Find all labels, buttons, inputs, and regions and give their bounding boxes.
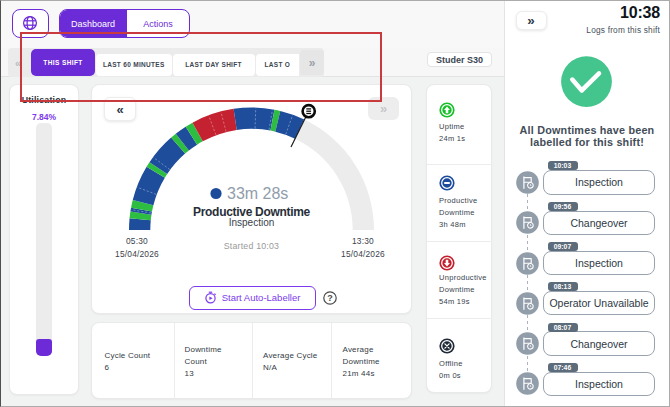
svg-text:?: ? <box>327 293 333 303</box>
